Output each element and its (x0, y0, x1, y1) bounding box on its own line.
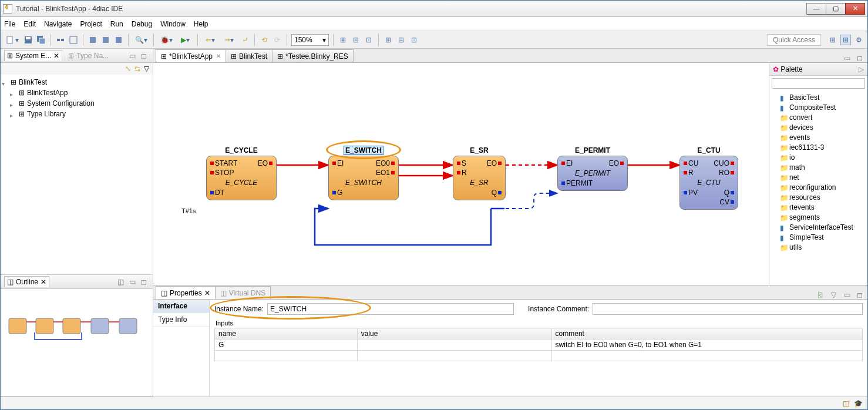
redo-button[interactable]: ⟳ (272, 35, 282, 45)
menu-debug[interactable]: Debug (132, 20, 152, 28)
editor-min-icon[interactable]: ▭ (844, 54, 852, 62)
save-all-button[interactable] (36, 35, 46, 45)
palette-folder[interactable]: 📁math (772, 162, 865, 172)
tb-icon-a[interactable] (55, 35, 66, 45)
window-maximize-button[interactable]: ▢ (826, 3, 846, 15)
inputs-table[interactable]: name value comment G switch EI to EO0 wh… (214, 328, 863, 361)
outline-toggle-icon[interactable]: ◫ (117, 278, 126, 286)
editor-tab-testee[interactable]: ⊞ *Testee.Blinky_RES (272, 49, 354, 62)
align-6-icon[interactable]: ⊡ (409, 35, 419, 45)
window-close-button[interactable]: ✕ (845, 3, 865, 15)
view-menu-icon[interactable]: ▽ (144, 65, 149, 73)
system-tree[interactable]: ⊞ BlinkTest ⊞ BlinkTestApp ⊞ System Conf… (2, 77, 152, 119)
table-row[interactable] (215, 351, 863, 361)
perspective-c-icon[interactable]: ⚙ (853, 35, 864, 45)
prop-menu-icon[interactable]: ▽ (831, 291, 839, 299)
fb-e-permit[interactable]: E_PERMIT EIEO E_PERMIT PERMIT (557, 146, 628, 191)
tree-sysconfig[interactable]: System Configuration (27, 99, 95, 107)
fb-e-sr[interactable]: E_SR SEO R E_SR Q (453, 146, 506, 200)
collapse-all-icon[interactable]: ⤡ (125, 65, 131, 73)
search-button[interactable]: 🔍▾ (133, 35, 149, 45)
editor-max-icon[interactable]: ◻ (857, 54, 865, 62)
palette-folder[interactable]: 📁utils (772, 242, 865, 252)
palette-folder[interactable]: 📁segments (772, 212, 865, 222)
palette-folder[interactable]: 📁reconfiguration (772, 182, 865, 192)
align-2-icon[interactable]: ⊟ (351, 35, 361, 45)
align-3-icon[interactable]: ⊡ (364, 35, 374, 45)
prop-min-icon[interactable]: ▭ (844, 291, 852, 299)
prop-side-typeinfo[interactable]: Type Info (153, 313, 209, 327)
view-min-icon[interactable]: ▭ (129, 52, 137, 60)
palette-folder[interactable]: 📁iec61131-3 (772, 142, 865, 152)
menu-navigate[interactable]: Navigate (44, 20, 72, 28)
tb-icon-c[interactable] (88, 35, 98, 45)
palette-list[interactable]: ▮BasicTest▮CompositeTest📁convert📁devices… (769, 91, 867, 285)
debug-button[interactable]: 🐞▾ (158, 35, 174, 45)
perspective-a-icon[interactable]: ⊞ (827, 35, 838, 45)
align-4-icon[interactable]: ⊞ (383, 35, 393, 45)
tb-icon-d[interactable] (100, 35, 111, 45)
palette-folder[interactable]: 📁net (772, 172, 865, 182)
outline-tab[interactable]: ◫ Outline ✕ (4, 276, 49, 287)
align-5-icon[interactable]: ⊟ (396, 35, 406, 45)
palette-folder[interactable]: 📁io (772, 152, 865, 162)
palette-fb[interactable]: ▮CompositeTest (772, 102, 865, 112)
palette-fb[interactable]: ▮SimpleTest (772, 232, 865, 242)
menu-window[interactable]: Window (160, 20, 186, 28)
palette-folder[interactable]: 📁resources (772, 192, 865, 202)
menu-run[interactable]: Run (110, 20, 123, 28)
system-explorer-tab[interactable]: ⊞ System E... ✕ (4, 50, 62, 61)
palette-folder[interactable]: 📁devices (772, 122, 865, 132)
fb-e-ctu[interactable]: E_CTU CUCUO RRO E_CTU PVQ CV (679, 146, 738, 210)
status-icon-b[interactable]: 🎓 (854, 399, 863, 408)
undo-button[interactable]: ⟲ (259, 35, 270, 45)
editor-tab-blinktest[interactable]: ⊞ BlinkTest (226, 49, 272, 62)
prop-side-interface[interactable]: Interface (153, 300, 209, 313)
tree-root[interactable]: BlinkTest (19, 78, 47, 86)
outline-min-icon[interactable]: ▭ (129, 278, 137, 286)
fb-e-cycle[interactable]: E_CYCLE STARTEO STOP E_CYCLE DT (206, 146, 277, 200)
outline-max-icon[interactable]: ◻ (141, 278, 149, 286)
menu-help[interactable]: Help (194, 20, 208, 28)
palette-folder[interactable]: 📁events (772, 132, 865, 142)
param-dt[interactable]: T#1s (181, 207, 196, 214)
properties-tab[interactable]: ◫ Properties ✕ (156, 286, 216, 299)
window-minimize-button[interactable]: — (806, 3, 826, 15)
status-icon-a[interactable]: ◫ (843, 399, 849, 408)
table-row[interactable]: G switch EI to EO0 when G=0, to EO1 when… (215, 340, 863, 351)
zoom-combo[interactable]: 150%▾ (291, 34, 329, 46)
tree-blinktestapp[interactable]: BlinkTestApp (27, 89, 68, 97)
perspective-b-icon[interactable]: ⊞ (840, 35, 851, 45)
save-button[interactable] (23, 35, 33, 45)
col-name[interactable]: name (215, 328, 358, 340)
nav-back-button[interactable]: ⇐▾ (202, 35, 218, 45)
menu-edit[interactable]: Edit (23, 20, 36, 28)
align-1-icon[interactable]: ⊞ (338, 35, 348, 45)
link-editor-icon[interactable]: ⇆ (134, 65, 140, 73)
tb-icon-b[interactable] (68, 35, 79, 45)
outline-canvas[interactable] (1, 289, 153, 396)
menu-file[interactable]: File (4, 20, 15, 28)
prop-max-icon[interactable]: ◻ (857, 291, 865, 299)
editor-tab-blinktestapp[interactable]: ⊞ *BlinkTestApp✕ (156, 49, 226, 62)
palette-fb[interactable]: ▮ServiceInterfaceTest (772, 222, 865, 232)
menu-project[interactable]: Project (80, 20, 102, 28)
palette-search-input[interactable] (772, 78, 865, 89)
new-button[interactable]: ▾ (4, 35, 21, 45)
nav-last-button[interactable]: ⤶ (240, 35, 250, 45)
type-navigator-tab[interactable]: ⊞ Type Na... (66, 51, 111, 61)
tb-icon-e[interactable] (113, 35, 124, 45)
nav-fwd-button[interactable]: ⇒▾ (221, 35, 237, 45)
palette-fb[interactable]: ▮BasicTest (772, 92, 865, 102)
diagram-canvas[interactable]: E_CYCLE STARTEO STOP E_CYCLE DT T#1s E_S… (153, 63, 769, 285)
palette-folder[interactable]: 📁convert (772, 112, 865, 122)
col-comment[interactable]: comment (551, 328, 862, 340)
col-value[interactable]: value (357, 328, 551, 340)
tree-typelib[interactable]: Type Library (27, 110, 66, 118)
instance-comment-input[interactable] (593, 303, 863, 315)
prop-newview-icon[interactable]: ⍃ (818, 291, 826, 299)
palette-folder[interactable]: 📁rtevents (772, 202, 865, 212)
view-max-icon[interactable]: ◻ (141, 52, 149, 60)
run-button[interactable]: ▶▾ (177, 35, 193, 45)
quick-access-input[interactable]: Quick Access (768, 34, 820, 46)
